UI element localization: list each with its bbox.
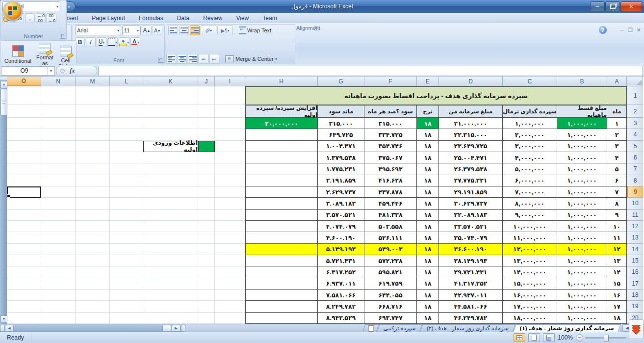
- cell-F9[interactable]: ۴۳۷.۸۷۸: [364, 186, 417, 198]
- row-header-5[interactable]: 5: [627, 141, 643, 152]
- column-header-G[interactable]: G: [318, 77, 364, 86]
- cell-O20[interactable]: [7, 313, 41, 324]
- cell-F3[interactable]: ۳۱۵.۰۰۰: [364, 118, 417, 129]
- cell-A6[interactable]: ۴: [607, 152, 627, 163]
- cell-H8[interactable]: [245, 175, 318, 186]
- cell-B10[interactable]: ۱,۰۰۰,۰۰۰: [557, 198, 607, 209]
- cell-O4[interactable]: [7, 129, 41, 140]
- cell-O6[interactable]: [7, 152, 41, 163]
- cell-J17[interactable]: [198, 278, 215, 290]
- input-info-label-cell[interactable]: اطلاعات ورودی اولیه: [143, 141, 198, 152]
- restore-button[interactable]: [605, 1, 620, 11]
- cell-N17[interactable]: [41, 278, 76, 290]
- cell-D6[interactable]: ۲۵.۰۰۴.۴۷۱: [439, 152, 503, 163]
- cell-L4[interactable]: [110, 129, 143, 140]
- cell-I14[interactable]: [215, 244, 245, 255]
- fill-handle[interactable]: [7, 194, 10, 198]
- cell-L20[interactable]: [110, 313, 143, 324]
- cell-K6[interactable]: [143, 152, 198, 163]
- cell-I9[interactable]: [215, 186, 245, 198]
- ribbon-tab-formulas[interactable]: Formulas: [132, 14, 170, 23]
- minimize-button[interactable]: ─: [590, 1, 605, 11]
- cell-M19[interactable]: [76, 301, 110, 312]
- cell-C12[interactable]: ۱۰,۰۰۰,۰۰۰: [503, 221, 557, 232]
- cell-N15[interactable]: [41, 255, 76, 266]
- cell-C8[interactable]: ۶,۰۰۰,۰۰۰: [503, 175, 557, 186]
- column-header-C[interactable]: C: [503, 77, 557, 86]
- page-break-view-button[interactable]: [543, 333, 555, 342]
- cell-B4[interactable]: ۱,۰۰۰,۰۰۰: [557, 129, 607, 140]
- cell-I17[interactable]: [215, 278, 245, 290]
- cell-F6[interactable]: ۳۷۵.۰۶۷: [364, 152, 417, 163]
- red-chevrons-addin-button[interactable]: [629, 319, 644, 339]
- row-header-14[interactable]: 14: [627, 244, 643, 255]
- cell-E8[interactable]: ۱۸: [417, 175, 439, 186]
- cell-D19[interactable]: ۴۴.۵۸۱.۰۶۶: [439, 301, 503, 312]
- select-all-corner[interactable]: [627, 77, 643, 86]
- cell-H10[interactable]: [245, 198, 318, 209]
- cell-C9[interactable]: ۷,۰۰۰,۰۰۰: [503, 186, 557, 198]
- column-header-I[interactable]: I: [215, 77, 245, 86]
- cell-G6[interactable]: ۱.۳۷۹.۵۳۸: [318, 152, 364, 163]
- cell-K14[interactable]: [143, 244, 198, 255]
- cell-G18[interactable]: ۷.۵۸۱.۰۶۶: [318, 290, 364, 301]
- align-left-button[interactable]: [166, 54, 176, 64]
- cell-M7[interactable]: [76, 163, 110, 175]
- cell-A4[interactable]: ۲: [607, 129, 627, 140]
- cell-H13[interactable]: [245, 232, 318, 243]
- align-top-button[interactable]: [168, 26, 178, 35]
- cell-A5[interactable]: ۳: [607, 141, 627, 152]
- cell-N10[interactable]: [41, 198, 76, 209]
- cell-F18[interactable]: ۶۴۴.۰۵۵: [364, 290, 417, 301]
- cell-L15[interactable]: [110, 255, 143, 266]
- cell-H5[interactable]: [245, 141, 318, 152]
- cell-I2[interactable]: [215, 105, 245, 118]
- selected-cell-O9[interactable]: [7, 186, 41, 198]
- ribbon-tab-team[interactable]: Team: [256, 14, 283, 23]
- comma-style-button[interactable]: ,: [25, 13, 35, 23]
- align-middle-button[interactable]: [179, 26, 189, 35]
- cell-M1[interactable]: [76, 86, 110, 105]
- merge-center-button[interactable]: Merge & Center ▾: [224, 55, 278, 63]
- cell-J8[interactable]: [198, 175, 215, 186]
- cell-M8[interactable]: [76, 175, 110, 186]
- cell-A17[interactable]: ۱۵: [607, 278, 627, 290]
- cell-H15[interactable]: [245, 255, 318, 266]
- scroll-down-arrow-icon[interactable]: ▼: [0, 316, 7, 323]
- cell-D14[interactable]: ۳۶.۶۰۰.۱۹۰: [439, 244, 503, 255]
- cell-G14[interactable]: ۵.۱۴۹.۱۹۳: [318, 244, 364, 255]
- cell-D16[interactable]: ۳۹.۷۲۱.۴۳۱: [439, 266, 503, 278]
- cell-K11[interactable]: [143, 210, 198, 221]
- workbook-close-button[interactable]: ✕: [637, 27, 641, 33]
- cell-A8[interactable]: ۶: [607, 175, 627, 186]
- cell-B14[interactable]: ۱,۰۰۰,۰۰۰: [557, 244, 607, 255]
- cell-M17[interactable]: [76, 278, 110, 290]
- cell-C18[interactable]: ۱۶,۰۰۰,۰۰۰: [503, 290, 557, 301]
- cell-N8[interactable]: [41, 175, 76, 186]
- cell-D20[interactable]: ۴۶.۲۴۹.۷۸۲: [439, 313, 503, 324]
- cell-I16[interactable]: [215, 266, 245, 278]
- cell-I11[interactable]: [215, 210, 245, 221]
- cell-A14[interactable]: ۱۲: [607, 244, 627, 255]
- column-header-J[interactable]: J: [198, 77, 215, 86]
- cell-L8[interactable]: [110, 175, 143, 186]
- cell-H4[interactable]: [245, 129, 318, 140]
- cell-C5[interactable]: ۳,۰۰۰,۰۰۰: [503, 141, 557, 152]
- cell-L6[interactable]: [110, 152, 143, 163]
- header-cell-A2[interactable]: ماه: [607, 105, 627, 118]
- cell-A11[interactable]: ۹: [607, 210, 627, 221]
- cell-H6[interactable]: [245, 152, 318, 163]
- cell-C13[interactable]: ۱۱,۰۰۰,۰۰۰: [503, 232, 557, 243]
- cell-N11[interactable]: [41, 210, 76, 221]
- decrease-indent-button[interactable]: ◂≡: [199, 54, 208, 64]
- column-header-N[interactable]: N: [41, 77, 76, 86]
- cell-O11[interactable]: [7, 210, 41, 221]
- cell-O3[interactable]: [7, 118, 41, 129]
- borders-button[interactable]: ▾: [107, 37, 118, 47]
- cell-L5[interactable]: [110, 141, 143, 152]
- cell-E18[interactable]: ۱۸: [417, 290, 439, 301]
- font-family-select[interactable]: Arial ▾: [75, 26, 121, 35]
- cell-G4[interactable]: ۶۴۹.۷۲۵: [318, 129, 364, 140]
- row-header-19[interactable]: 19: [627, 301, 643, 312]
- cell-I12[interactable]: [215, 221, 245, 232]
